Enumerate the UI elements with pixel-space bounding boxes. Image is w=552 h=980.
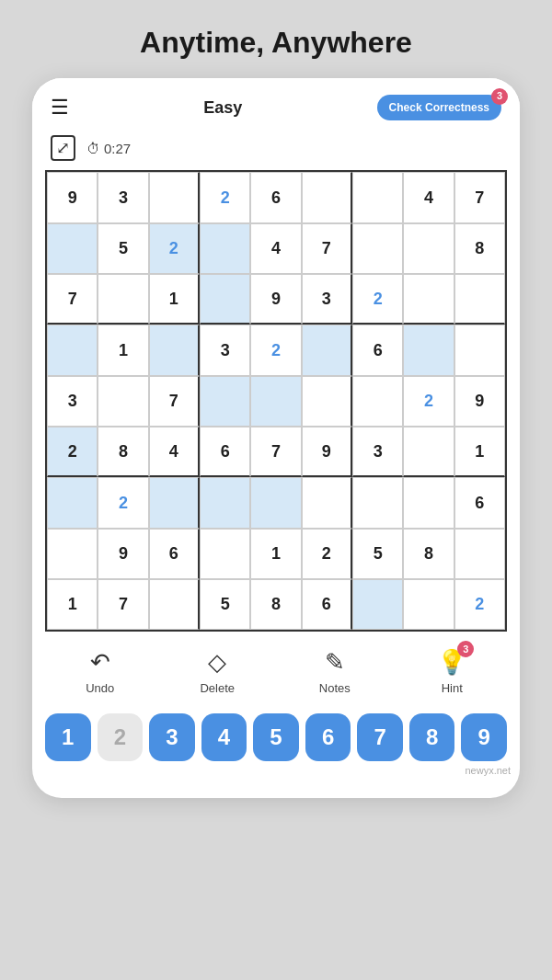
sudoku-cell[interactable]: 3: [302, 274, 352, 325]
sudoku-cell[interactable]: 2: [403, 376, 454, 427]
num-button-6[interactable]: 6: [305, 713, 351, 761]
sudoku-cell[interactable]: [149, 477, 200, 528]
sudoku-cell[interactable]: [149, 579, 200, 630]
sudoku-cell[interactable]: [403, 477, 454, 528]
sudoku-cell[interactable]: 3: [47, 376, 98, 427]
sudoku-cell[interactable]: 6: [302, 579, 352, 630]
sudoku-cell[interactable]: 8: [403, 529, 454, 579]
sudoku-cell[interactable]: [302, 376, 352, 427]
undo-button[interactable]: ↶ Undo: [73, 648, 128, 695]
sudoku-cell[interactable]: 1: [149, 274, 200, 325]
notes-button[interactable]: ✎ Notes: [307, 648, 362, 695]
sudoku-cell[interactable]: [47, 477, 98, 528]
sudoku-cell[interactable]: 2: [454, 579, 505, 630]
sudoku-cell[interactable]: 3: [200, 325, 250, 375]
expand-icon[interactable]: ⤢: [51, 135, 75, 161]
sudoku-cell[interactable]: 7: [98, 579, 148, 630]
num-button-4[interactable]: 4: [201, 713, 247, 761]
toolbar: ↶ Undo ◇ Delete ✎ Notes 💡 3 Hint: [32, 632, 520, 704]
sudoku-cell[interactable]: 1: [98, 325, 148, 375]
sudoku-cell[interactable]: [454, 274, 505, 325]
sudoku-cell[interactable]: 6: [149, 529, 200, 579]
sudoku-cell[interactable]: 7: [47, 274, 98, 325]
num-button-5[interactable]: 5: [253, 713, 299, 761]
sudoku-cell[interactable]: 6: [454, 477, 505, 528]
sudoku-cell[interactable]: [302, 477, 352, 528]
sudoku-cell[interactable]: [454, 529, 505, 579]
sudoku-cell[interactable]: [454, 325, 505, 375]
sudoku-cell[interactable]: 8: [454, 223, 505, 274]
sudoku-cell[interactable]: [98, 376, 148, 427]
sudoku-cell[interactable]: [200, 274, 250, 325]
sudoku-cell[interactable]: [352, 172, 403, 222]
num-button-7[interactable]: 7: [357, 713, 403, 761]
sudoku-cell[interactable]: [352, 223, 403, 274]
num-button-2[interactable]: 2: [98, 713, 144, 761]
sudoku-cell[interactable]: [302, 172, 352, 222]
sudoku-cell[interactable]: [352, 579, 403, 630]
sudoku-cell[interactable]: 4: [250, 223, 301, 274]
sudoku-cell[interactable]: 6: [200, 427, 250, 477]
sudoku-cell[interactable]: 2: [352, 274, 403, 325]
num-button-8[interactable]: 8: [409, 713, 455, 761]
sudoku-cell[interactable]: 9: [454, 376, 505, 427]
sudoku-cell[interactable]: 1: [454, 427, 505, 477]
sudoku-cell[interactable]: [149, 172, 200, 222]
difficulty-label: Easy: [203, 98, 242, 118]
num-button-1[interactable]: 1: [45, 713, 91, 761]
sudoku-cell[interactable]: [200, 529, 250, 579]
sudoku-cell[interactable]: [403, 427, 454, 477]
sudoku-cell[interactable]: 2: [47, 427, 98, 477]
sudoku-cell[interactable]: 9: [98, 529, 148, 579]
sudoku-cell[interactable]: [47, 529, 98, 579]
check-correctness-button[interactable]: Check Correctness 3: [377, 95, 501, 120]
sudoku-cell[interactable]: 7: [149, 376, 200, 427]
sudoku-cell[interactable]: 3: [98, 172, 148, 222]
sudoku-cell[interactable]: 9: [302, 427, 352, 477]
sudoku-cell[interactable]: [200, 376, 250, 427]
sudoku-cell[interactable]: [98, 274, 148, 325]
sudoku-cell[interactable]: [302, 325, 352, 375]
sudoku-cell[interactable]: [149, 325, 200, 375]
num-button-9[interactable]: 9: [461, 713, 507, 761]
sudoku-cell[interactable]: 8: [250, 579, 301, 630]
delete-button[interactable]: ◇ Delete: [190, 648, 245, 695]
sudoku-cell[interactable]: 2: [250, 325, 301, 375]
sudoku-cell[interactable]: 9: [250, 274, 301, 325]
sudoku-cell[interactable]: 2: [200, 172, 250, 222]
sudoku-cell[interactable]: 7: [302, 223, 352, 274]
sudoku-cell[interactable]: 5: [200, 579, 250, 630]
sudoku-cell[interactable]: [403, 274, 454, 325]
sudoku-cell[interactable]: 6: [352, 325, 403, 375]
sudoku-cell[interactable]: [403, 579, 454, 630]
hint-button[interactable]: 💡 3 Hint: [424, 648, 479, 695]
sudoku-cell[interactable]: 5: [98, 223, 148, 274]
timer-value: 0:27: [104, 141, 131, 156]
sudoku-cell[interactable]: 1: [47, 579, 98, 630]
num-button-3[interactable]: 3: [149, 713, 195, 761]
sudoku-cell[interactable]: [403, 223, 454, 274]
sudoku-cell[interactable]: [352, 477, 403, 528]
sudoku-cell[interactable]: [352, 376, 403, 427]
sudoku-cell[interactable]: 2: [302, 529, 352, 579]
sudoku-cell[interactable]: 5: [352, 529, 403, 579]
sudoku-cell[interactable]: [200, 223, 250, 274]
sudoku-cell[interactable]: 8: [98, 427, 148, 477]
sudoku-cell[interactable]: [200, 477, 250, 528]
sudoku-cell[interactable]: 4: [403, 172, 454, 222]
sudoku-cell[interactable]: [250, 477, 301, 528]
sudoku-cell[interactable]: 1: [250, 529, 301, 579]
sudoku-cell[interactable]: [47, 223, 98, 274]
sudoku-cell[interactable]: 7: [454, 172, 505, 222]
sudoku-cell[interactable]: [403, 325, 454, 375]
sudoku-cell[interactable]: 9: [47, 172, 98, 222]
menu-icon[interactable]: ☰: [51, 96, 69, 120]
sudoku-cell[interactable]: [47, 325, 98, 375]
sudoku-cell[interactable]: 2: [149, 223, 200, 274]
sudoku-cell[interactable]: [250, 376, 301, 427]
sudoku-cell[interactable]: 3: [352, 427, 403, 477]
sudoku-cell[interactable]: 7: [250, 427, 301, 477]
sudoku-cell[interactable]: 6: [250, 172, 301, 222]
sudoku-cell[interactable]: 4: [149, 427, 200, 477]
sudoku-cell[interactable]: 2: [98, 477, 148, 528]
